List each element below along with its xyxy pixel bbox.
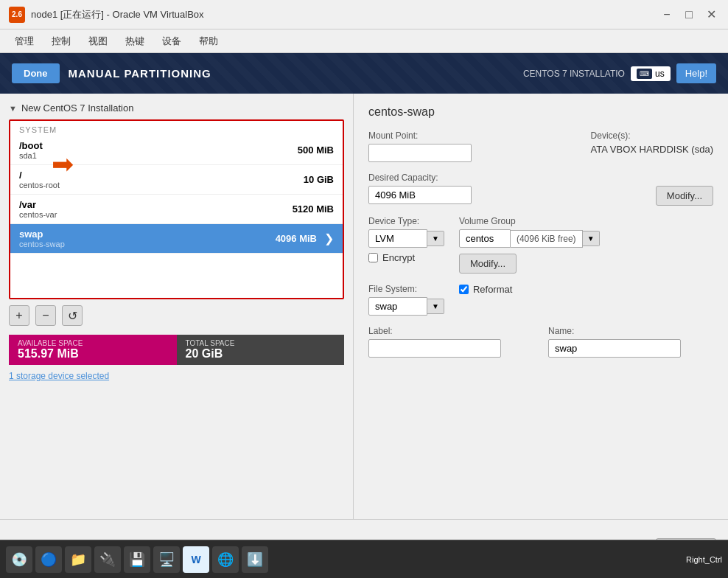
modify-col: x Modify... xyxy=(656,173,713,206)
done-button[interactable]: Done xyxy=(12,63,60,83)
vg-row: centos (4096 KiB free) ▼ xyxy=(459,229,600,248)
keyboard-icon: ⌨ xyxy=(637,69,652,79)
desired-capacity-input[interactable] xyxy=(368,186,472,204)
add-partition-button[interactable]: + xyxy=(9,305,29,326)
available-space-label: AVAILABLE SPACE xyxy=(18,339,168,347)
right-ctrl-label: Right_Ctrl xyxy=(686,555,722,564)
form-row-capacity: Desired Capacity: x Modify... xyxy=(368,173,713,206)
partition-list: SYSTEM /boot sda1 500 MiB / centos-r xyxy=(9,119,344,299)
menu-devices[interactable]: 设备 xyxy=(153,32,190,51)
reformat-checkbox[interactable] xyxy=(459,285,469,294)
partition-info-var: /var centos-var xyxy=(19,199,57,219)
label-input[interactable] xyxy=(368,339,501,358)
taskbar-icon-3[interactable]: 🔌 xyxy=(94,546,121,573)
app-icon: 2.6 xyxy=(9,7,25,23)
tree-label: New CentOS 7 Installation xyxy=(21,102,133,114)
menu-help[interactable]: 帮助 xyxy=(190,32,227,51)
reset-partition-button[interactable]: ↺ xyxy=(62,305,83,326)
name-col: Name: xyxy=(548,326,713,358)
filesystem-arrow[interactable]: ▼ xyxy=(427,299,444,314)
menu-hotkeys[interactable]: 热键 xyxy=(116,32,153,51)
vm-area: Done MANUAL PARTITIONING CENTOS 7 INSTAL… xyxy=(0,53,728,578)
form-row-label-name: Label: Name: xyxy=(368,326,713,358)
mount-point-input[interactable] xyxy=(368,144,472,162)
vg-arrow[interactable]: ▼ xyxy=(583,231,600,246)
taskbar-icon-7[interactable]: 🌐 xyxy=(212,546,239,573)
devices-col: Device(s): ATA VBOX HARDDISK (sda) xyxy=(591,130,713,155)
volume-group-label: Volume Group xyxy=(459,216,600,226)
installer-content: ▼ New CentOS 7 Installation SYSTEM /boot… xyxy=(0,94,728,519)
taskbar-icon-1[interactable]: 🔵 xyxy=(35,546,62,573)
mount-point-label: Mount Point: xyxy=(368,130,576,141)
system-label: SYSTEM xyxy=(10,121,343,136)
reformat-row: Reformat xyxy=(459,284,512,295)
name-input[interactable] xyxy=(548,339,681,358)
help-button[interactable]: Help! xyxy=(676,63,716,83)
menu-control[interactable]: 控制 xyxy=(43,32,80,51)
titlebar: 2.6 node1 [正在运行] - Oracle VM VirtualBox … xyxy=(0,0,728,29)
taskbar-icon-2[interactable]: 📁 xyxy=(65,546,91,573)
total-space-label: TOTAL SPACE xyxy=(186,339,336,347)
encrypt-checkbox[interactable] xyxy=(368,253,378,262)
partition-arrow-swap: ❯ xyxy=(324,231,334,246)
vg-free-info: (4096 KiB free) xyxy=(511,230,583,248)
capacity-col: Desired Capacity: xyxy=(368,173,641,204)
taskbar-icon-4[interactable]: 💾 xyxy=(124,546,150,573)
partition-name-var: /var xyxy=(19,199,57,210)
menu-manage[interactable]: 管理 xyxy=(6,32,43,51)
mount-point-col: Mount Point: xyxy=(368,130,576,162)
taskbar-icon-5[interactable]: 🖥️ xyxy=(153,546,180,573)
modify2-button[interactable]: Modify... xyxy=(459,254,517,274)
desired-capacity-label: Desired Capacity: xyxy=(368,173,641,183)
device-type-arrow[interactable]: ▼ xyxy=(427,231,444,246)
encrypt-label: Encrypt xyxy=(382,252,415,263)
left-bottom-controls: + − ↺ xyxy=(9,299,344,332)
menu-view[interactable]: 视图 xyxy=(80,32,116,51)
centos-label: CENTOS 7 INSTALLATIO xyxy=(523,69,625,79)
name-label: Name: xyxy=(548,326,713,336)
menubar: 管理 控制 视图 热键 设备 帮助 xyxy=(0,29,728,53)
label-field-label: Label: xyxy=(368,326,533,336)
right-panel: centos-swap Mount Point: Device(s): ATA … xyxy=(354,94,728,519)
tree-arrow: ▼ xyxy=(9,104,17,113)
volume-group-col: Volume Group centos (4096 KiB free) ▼ Mo… xyxy=(459,216,600,274)
filesystem-select[interactable]: swap xyxy=(368,297,427,316)
filesystem-col: File System: swap ▼ xyxy=(368,284,444,316)
modify-button[interactable]: Modify... xyxy=(656,186,713,206)
taskbar-icon-8[interactable]: ⬇️ xyxy=(242,546,268,573)
encrypt-row: Encrypt xyxy=(368,252,444,263)
taskbar-icon-0[interactable]: 💿 xyxy=(6,546,32,573)
header-left: Done MANUAL PARTITIONING xyxy=(12,63,211,83)
partition-subname-root: centos-root xyxy=(19,181,60,189)
keyboard-input[interactable]: ⌨ us xyxy=(631,66,671,81)
maximize-button[interactable]: □ xyxy=(681,7,697,23)
device-type-select[interactable]: LVM xyxy=(368,229,427,248)
label-col: Label: xyxy=(368,326,533,358)
device-type-col: Device Type: LVM ▼ Encrypt xyxy=(368,216,444,263)
partition-item-var[interactable]: /var centos-var 5120 MiB xyxy=(10,195,343,224)
storage-device-link[interactable]: 1 storage device selected xyxy=(9,365,344,387)
partition-size-root: 10 GiB xyxy=(304,174,334,185)
partition-item-swap[interactable]: swap centos-swap 4096 MiB ❯ xyxy=(10,224,343,254)
partition-list-empty xyxy=(10,254,343,298)
close-button[interactable]: ✕ xyxy=(703,7,719,23)
total-space-value: 20 GiB xyxy=(186,347,336,361)
available-space-value: 515.97 MiB xyxy=(18,347,168,361)
available-space: AVAILABLE SPACE 515.97 MiB xyxy=(9,335,177,365)
section-title: centos-swap xyxy=(368,105,713,119)
form-row-device-vg: Device Type: LVM ▼ Encrypt Volume Group xyxy=(368,216,713,274)
vg-select[interactable]: centos xyxy=(459,229,511,248)
remove-partition-button[interactable]: − xyxy=(35,305,56,326)
partition-info-boot: /boot sda1 xyxy=(19,140,43,160)
partition-size-boot: 500 MiB xyxy=(298,144,334,156)
installer-window: Done MANUAL PARTITIONING CENTOS 7 INSTAL… xyxy=(0,53,728,578)
partition-size-var: 5120 MiB xyxy=(293,203,334,215)
partition-info-swap: swap centos-swap xyxy=(19,229,65,248)
partition-subname-boot: sda1 xyxy=(19,151,43,160)
partition-size-swap: 4096 MiB xyxy=(276,233,317,244)
device-type-label: Device Type: xyxy=(368,216,444,226)
minimize-button[interactable]: − xyxy=(659,7,675,23)
taskbar-icon-6[interactable]: W xyxy=(183,546,209,573)
devices-value: ATA VBOX HARDDISK (sda) xyxy=(591,144,713,155)
taskbar-right: Right_Ctrl xyxy=(686,555,722,564)
